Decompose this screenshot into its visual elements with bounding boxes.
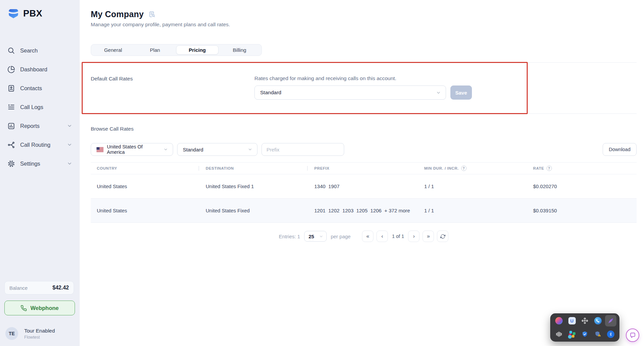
cell-rate: $0.020270: [533, 183, 637, 189]
cell-min-incr: 1 / 1: [424, 183, 533, 189]
cell-rate: $0.039150: [533, 208, 637, 213]
chat-bubble-icon[interactable]: [626, 328, 639, 342]
download-button[interactable]: Download: [603, 143, 637, 156]
info-icon[interactable]: ?: [547, 166, 552, 171]
cell-min-incr: 1 / 1: [424, 208, 533, 213]
chevron-down-icon: [248, 147, 252, 152]
browse-call-rates-label: Browse Call Rates: [91, 126, 134, 132]
column-rate: RATE ?: [533, 166, 637, 171]
table-header: COUNTRY DESTINATION PREFIX MIN DUR. / IN…: [91, 162, 637, 174]
tab-bar: General Plan Pricing Billing: [91, 44, 262, 56]
store-u-icon[interactable]: U: [566, 315, 578, 326]
shield-warning-icon[interactable]: [592, 328, 604, 340]
call-app-icon[interactable]: [592, 315, 604, 326]
cell-prefix: 1340 1907: [314, 183, 424, 189]
slack-icon[interactable]: [566, 328, 578, 340]
tab-plan[interactable]: Plan: [134, 45, 176, 55]
sidebar-item-label: Reports: [20, 123, 40, 129]
default-call-rates-label: Default Call Rates: [91, 76, 133, 82]
sidebar-item-label: Call Routing: [20, 142, 50, 148]
prev-page-button[interactable]: ‹: [376, 231, 388, 242]
tab-pricing[interactable]: Pricing: [176, 45, 219, 55]
dashboard-icon: [7, 66, 15, 73]
webphone-label: Webphone: [30, 305, 58, 311]
table-row[interactable]: United States United States Fixed 1 1340…: [91, 174, 637, 199]
sidebar-item-contacts[interactable]: Contacts: [7, 81, 72, 95]
user-name: Tour Enabled: [24, 328, 55, 334]
cell-country: United States: [91, 183, 206, 189]
sidebar-item-label: Contacts: [20, 85, 42, 92]
sidebar-item-dashboard[interactable]: Dashboard: [7, 63, 72, 76]
per-page-value: 25: [309, 234, 314, 239]
refresh-button[interactable]: [437, 231, 448, 242]
bluetooth-icon[interactable]: [605, 328, 616, 340]
default-call-rates-section: Default Call Rates Rates charged for mak…: [91, 62, 637, 114]
sidebar-item-reports[interactable]: Reports: [7, 119, 72, 133]
feather-icon[interactable]: [605, 315, 616, 326]
reports-icon: [7, 122, 15, 130]
file-search-icon[interactable]: [149, 11, 156, 18]
chevron-down-icon[interactable]: [67, 161, 72, 166]
default-rate-plan-select[interactable]: Standard: [254, 85, 446, 100]
soundbars-icon[interactable]: [553, 328, 565, 340]
sidebar-item-search[interactable]: Search: [7, 44, 72, 57]
copilot-icon[interactable]: [553, 315, 565, 326]
tab-billing[interactable]: Billing: [218, 45, 260, 55]
brand-name: PBX: [23, 8, 42, 19]
first-page-button[interactable]: «: [362, 231, 373, 242]
balance-value: $42.42: [52, 285, 69, 291]
sidebar-item-settings[interactable]: Settings: [7, 157, 72, 170]
chevron-down-icon[interactable]: [67, 123, 72, 129]
column-min-incr: MIN DUR. / INCR. ?: [424, 166, 533, 171]
per-page-label: per page: [331, 234, 351, 239]
call-routing-icon: [7, 141, 15, 149]
browse-plan-value: Standard: [183, 147, 203, 152]
tab-general[interactable]: General: [92, 45, 134, 55]
webphone-button[interactable]: Webphone: [4, 301, 75, 315]
cluster-icon[interactable]: [579, 315, 591, 326]
per-page-select[interactable]: 25: [304, 231, 327, 242]
system-tray-popup: U: [550, 313, 619, 342]
table-row[interactable]: United States United States Fixed 1201 1…: [91, 199, 637, 223]
last-page-button[interactable]: »: [422, 231, 434, 242]
avatar: TE: [5, 327, 18, 340]
chevron-down-icon[interactable]: [67, 142, 72, 147]
info-icon[interactable]: ?: [461, 166, 467, 171]
main-content: My Company Manage your company profile, …: [80, 0, 644, 346]
chevron-down-icon: [319, 234, 323, 239]
entries-count: Entries: 1: [279, 234, 300, 239]
save-button[interactable]: Save: [450, 85, 472, 100]
cell-prefix: 1201 1202 1203 1205 1206 + 372 more: [314, 208, 424, 213]
shield-check-icon[interactable]: [579, 328, 591, 340]
column-destination: DESTINATION: [206, 166, 314, 170]
call-logs-icon: [7, 103, 15, 111]
cell-destination: United States Fixed: [206, 208, 314, 213]
us-flag-icon: [96, 147, 104, 152]
page-subtitle: Manage your company profile, payment pla…: [91, 22, 230, 28]
default-call-rates-description: Rates charged for making and receiving c…: [254, 75, 396, 81]
contacts-icon: [7, 84, 15, 92]
browse-rate-plan-select[interactable]: Standard: [177, 143, 257, 156]
chevron-down-icon: [163, 147, 168, 152]
sidebar-item-label: Call Logs: [20, 104, 43, 110]
phone-icon: [21, 305, 27, 311]
next-page-button[interactable]: ›: [408, 231, 419, 242]
cell-destination: United States Fixed 1: [206, 183, 314, 189]
column-prefix: PREFIX: [314, 166, 424, 170]
pbx-logo-icon: [7, 7, 20, 20]
prefix-input[interactable]: [261, 143, 344, 156]
sidebar: PBX Search Dashboard Contacts: [0, 0, 80, 346]
sidebar-nav: Search Dashboard Contacts: [0, 44, 80, 170]
cell-country: United States: [91, 208, 206, 213]
sidebar-item-call-routing[interactable]: Call Routing: [7, 138, 72, 151]
country-value: United States Of America: [107, 144, 160, 155]
brand-logo: PBX: [7, 7, 42, 20]
pagination: Entries: 1 25 per page « ‹ 1 of 1 › »: [91, 231, 637, 242]
column-country: COUNTRY: [91, 166, 206, 170]
selected-plan-value: Standard: [260, 90, 281, 96]
country-select[interactable]: United States Of America: [91, 143, 173, 156]
search-icon: [7, 47, 15, 55]
sidebar-item-call-logs[interactable]: Call Logs: [7, 100, 72, 114]
page-title: My Company: [91, 9, 144, 19]
user-profile[interactable]: TE Tour Enabled Flowtest: [5, 327, 55, 340]
